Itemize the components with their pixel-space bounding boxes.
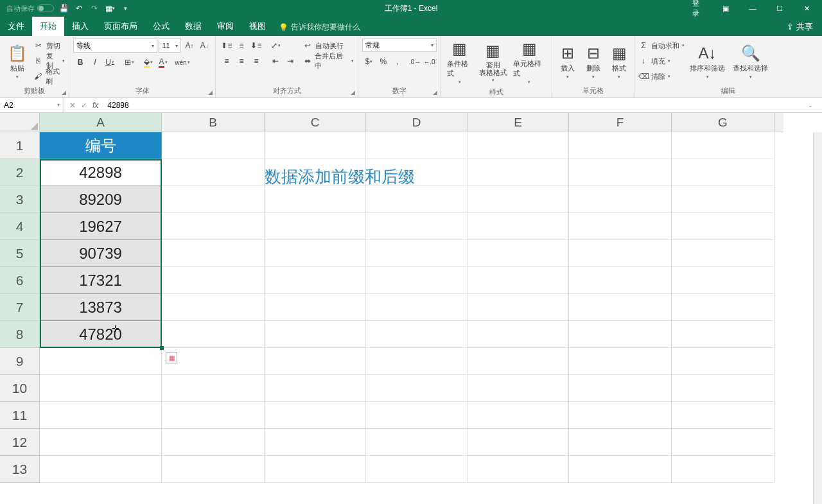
cell-d4[interactable]: [366, 213, 468, 240]
cell-e5[interactable]: [468, 240, 569, 267]
table-format-button[interactable]: ▦套用 表格格式▾: [478, 39, 509, 86]
cell-c7[interactable]: [265, 294, 366, 321]
cell-f3[interactable]: [569, 186, 672, 213]
tab-view[interactable]: 视图: [241, 17, 274, 36]
cell-f7[interactable]: [569, 294, 672, 321]
expand-formula-icon[interactable]: ⌄: [808, 102, 818, 109]
cell-a8[interactable]: 47820: [40, 321, 162, 348]
cell-b3[interactable]: [162, 186, 265, 213]
font-size-select[interactable]: 11▾: [159, 39, 181, 53]
fill-handle[interactable]: [160, 346, 164, 350]
colhead-b[interactable]: B: [162, 113, 265, 132]
cell-b7[interactable]: [162, 294, 265, 321]
cell-b12[interactable]: [162, 429, 265, 456]
format-painter-button[interactable]: 🖌格式刷: [33, 69, 65, 83]
autosave-toggle[interactable]: 自动保存: [6, 4, 54, 13]
cell-b2[interactable]: [162, 159, 265, 186]
cell-e3[interactable]: [468, 186, 569, 213]
cell-d7[interactable]: [366, 294, 468, 321]
tab-review[interactable]: 审阅: [209, 17, 241, 36]
cell-b11[interactable]: [162, 402, 265, 429]
number-format-select[interactable]: 常规▾: [362, 39, 437, 52]
orientation-icon[interactable]: ⤢: [268, 39, 283, 53]
cell-b10[interactable]: [162, 375, 265, 402]
cell-f11[interactable]: [569, 402, 672, 429]
increase-font-icon[interactable]: A↑: [182, 39, 196, 53]
cell-d8[interactable]: [366, 321, 468, 348]
undo-icon[interactable]: ↶: [73, 3, 85, 14]
cell-d5[interactable]: [366, 240, 468, 267]
cell-d3[interactable]: [366, 186, 468, 213]
tab-insert[interactable]: 插入: [64, 17, 96, 36]
fx-icon[interactable]: fx: [92, 101, 98, 110]
qat-more-icon[interactable]: ▾: [119, 3, 131, 14]
insert-cells-button[interactable]: ⊞插入▾: [556, 39, 579, 85]
font-launcher-icon[interactable]: ◢: [208, 89, 213, 96]
cell-e12[interactable]: [468, 429, 569, 456]
align-top-icon[interactable]: ⬆≡: [220, 39, 234, 53]
cell-g8[interactable]: [672, 321, 774, 348]
cell-d13[interactable]: [366, 456, 468, 483]
cell-a13[interactable]: [40, 456, 162, 483]
close-icon[interactable]: ✕: [794, 0, 819, 17]
rowhead-10[interactable]: 10: [0, 375, 40, 402]
percent-format-icon[interactable]: %: [376, 55, 390, 69]
wrap-text-button[interactable]: ↩自动换行: [302, 39, 354, 53]
colhead-e[interactable]: E: [468, 113, 569, 132]
merge-center-button[interactable]: ⬌合并后居中▾: [302, 54, 354, 68]
minimize-icon[interactable]: —: [740, 0, 765, 17]
align-bottom-icon[interactable]: ⬇≡: [249, 39, 263, 53]
cell-d11[interactable]: [366, 402, 468, 429]
customize-qat-icon[interactable]: ▦▾: [104, 3, 116, 14]
comma-format-icon[interactable]: ,: [390, 55, 404, 69]
colhead-f[interactable]: F: [569, 113, 672, 132]
align-left-icon[interactable]: ≡: [220, 54, 234, 68]
font-name-select[interactable]: 等线▾: [73, 39, 157, 53]
decrease-decimal-icon[interactable]: ←.0: [423, 55, 436, 69]
cell-b6[interactable]: [162, 267, 265, 294]
rowhead-3[interactable]: 3: [0, 186, 40, 213]
cell-a10[interactable]: [40, 375, 162, 402]
cell-d6[interactable]: [366, 267, 468, 294]
cell-f5[interactable]: [569, 240, 672, 267]
rowhead-6[interactable]: 6: [0, 267, 40, 294]
autosum-button[interactable]: Σ自动求和▾: [638, 39, 685, 53]
rowhead-1[interactable]: 1: [0, 132, 40, 159]
cell-e4[interactable]: [468, 213, 569, 240]
cond-format-button[interactable]: ▦条件格式▾: [444, 39, 475, 86]
cell-e11[interactable]: [468, 402, 569, 429]
cell-b9[interactable]: [162, 348, 265, 375]
cell-c3[interactable]: [265, 186, 366, 213]
cell-e6[interactable]: [468, 267, 569, 294]
delete-cells-button[interactable]: ⊟删除▾: [582, 39, 605, 85]
accept-formula-icon[interactable]: ✓: [81, 101, 87, 110]
formula-bar[interactable]: 42898 ⌄: [103, 98, 822, 112]
cell-c5[interactable]: [265, 240, 366, 267]
clear-button[interactable]: ⌫清除▾: [638, 69, 685, 83]
rowhead-2[interactable]: 2: [0, 159, 40, 186]
tab-formulas[interactable]: 公式: [145, 17, 177, 36]
cell-a7[interactable]: 13873: [40, 294, 162, 321]
cell-f8[interactable]: [569, 321, 672, 348]
format-cells-button[interactable]: ▦格式▾: [608, 39, 631, 85]
cell-d1[interactable]: [366, 132, 468, 159]
cell-e13[interactable]: [468, 456, 569, 483]
cell-a6[interactable]: 17321: [40, 267, 162, 294]
cell-g10[interactable]: [672, 375, 774, 402]
cell-g4[interactable]: [672, 213, 774, 240]
rowhead-7[interactable]: 7: [0, 294, 40, 321]
cell-a4[interactable]: 19627: [40, 213, 162, 240]
decrease-font-icon[interactable]: A↓: [198, 39, 211, 53]
cell-g9[interactable]: [672, 348, 774, 375]
accounting-format-icon[interactable]: $: [362, 55, 376, 69]
number-launcher-icon[interactable]: ◢: [433, 89, 437, 96]
tab-home[interactable]: 开始: [32, 17, 64, 36]
clipboard-launcher-icon[interactable]: ◢: [62, 89, 66, 96]
cell-e9[interactable]: [468, 348, 569, 375]
increase-decimal-icon[interactable]: .0→: [408, 55, 422, 69]
tab-pagelayout[interactable]: 页面布局: [96, 17, 145, 36]
tell-me-search[interactable]: 💡 告诉我你想要做什么: [279, 22, 360, 36]
align-launcher-icon[interactable]: ◢: [351, 89, 355, 96]
cell-a11[interactable]: [40, 402, 162, 429]
vertical-scrollbar[interactable]: [813, 132, 822, 504]
